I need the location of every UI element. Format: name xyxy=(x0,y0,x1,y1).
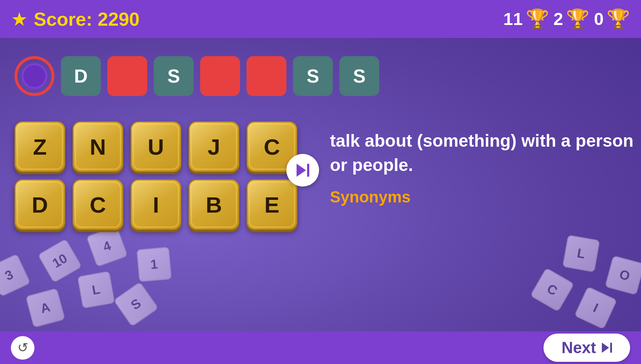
letter-tile-U[interactable]: U xyxy=(131,121,181,172)
star-icon: ★ xyxy=(11,8,28,30)
letter-row-2: D C I B E xyxy=(15,179,297,230)
refresh-icon: ↺ xyxy=(17,340,28,355)
answer-slot-2[interactable] xyxy=(107,56,147,96)
trophies-area: 11 🏆 2 🏆 0 🏆 xyxy=(503,8,630,30)
trophy-gold-count: 11 xyxy=(503,9,522,29)
trophy-silver-icon: 🏆 xyxy=(566,8,590,30)
circle-indicator xyxy=(15,56,54,96)
next-button-label: Next xyxy=(562,339,596,357)
letter-tile-I[interactable]: I xyxy=(131,179,181,230)
answer-slots: D S S S xyxy=(15,56,379,96)
letter-tile-D[interactable]: D xyxy=(15,179,65,230)
answer-slot-4[interactable] xyxy=(200,56,240,96)
score-area: ★ Score: 2290 xyxy=(11,8,140,30)
play-triangle xyxy=(297,164,306,177)
letter-tile-B[interactable]: B xyxy=(189,179,239,230)
definition-area: talk about (something) with a person or … xyxy=(330,129,634,206)
game-area: D S S S Z N U J C D C I B E talk ab xyxy=(0,38,641,331)
footer: ↺ Next xyxy=(0,331,641,364)
audio-play-button[interactable] xyxy=(286,154,319,187)
trophy-bronze-count: 0 xyxy=(594,9,604,29)
header: ★ Score: 2290 11 🏆 2 🏆 0 🏆 xyxy=(0,0,641,38)
letter-tile-E[interactable]: E xyxy=(247,179,297,230)
answer-slot-5[interactable] xyxy=(247,56,286,96)
trophy-silver-count: 2 xyxy=(554,9,563,29)
letter-tile-N[interactable]: N xyxy=(73,121,123,172)
trophy-group-gold: 11 🏆 xyxy=(503,8,549,30)
refresh-button[interactable]: ↺ xyxy=(11,336,34,360)
answer-slot-7[interactable]: S xyxy=(339,56,379,96)
next-bar xyxy=(610,343,612,353)
next-arrow-icon xyxy=(602,343,612,353)
answer-slot-1[interactable]: D xyxy=(61,56,101,96)
letter-grid: Z N U J C D C I B E xyxy=(15,121,297,230)
letter-tile-C2[interactable]: C xyxy=(73,179,123,230)
next-button[interactable]: Next xyxy=(543,334,630,362)
play-bar xyxy=(307,164,309,177)
definition-text: talk about (something) with a person or … xyxy=(330,129,634,177)
play-skip-icon xyxy=(297,164,309,177)
trophy-group-bronze: 0 🏆 xyxy=(594,8,630,30)
letter-tile-Z[interactable]: Z xyxy=(15,121,65,172)
letter-tile-J[interactable]: J xyxy=(189,121,239,172)
trophy-group-silver: 2 🏆 xyxy=(554,8,590,30)
trophy-bronze-icon: 🏆 xyxy=(607,8,630,30)
score-display: Score: 2290 xyxy=(34,8,140,30)
answer-slot-3[interactable]: S xyxy=(154,56,194,96)
letter-row-1: Z N U J C xyxy=(15,121,297,172)
synonyms-label: Synonyms xyxy=(330,188,634,206)
trophy-gold-icon: 🏆 xyxy=(526,8,549,30)
next-triangle xyxy=(602,343,609,353)
answer-slot-6[interactable]: S xyxy=(293,56,333,96)
